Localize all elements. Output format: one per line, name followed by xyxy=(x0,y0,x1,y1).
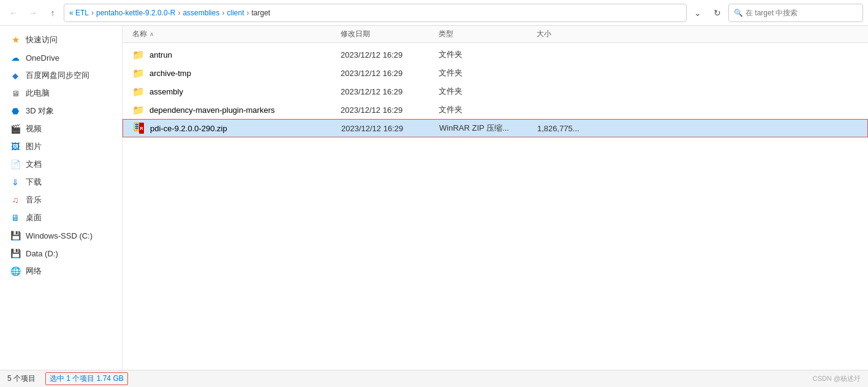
path-assemblies[interactable]: assemblies xyxy=(183,9,219,17)
path-client[interactable]: client xyxy=(227,9,244,17)
table-row[interactable]: 📁 antrun 2023/12/12 16:29 文件夹 xyxy=(123,45,868,64)
file-size-zip: 1,826,775... xyxy=(537,124,611,133)
up-button[interactable]: ↑ xyxy=(44,4,61,21)
sidebar-item-pictures[interactable]: 🖼 图片 xyxy=(2,138,119,155)
folder-icon-dep: 📁 xyxy=(132,104,145,116)
file-name-dep: dependency-maven-plugin-markers xyxy=(149,105,341,115)
sidebar-label-downloads: 下载 xyxy=(26,177,42,188)
sidebar-item-this-pc[interactable]: 🖥 此电脑 xyxy=(2,85,119,102)
sidebar-label-music: 音乐 xyxy=(26,194,42,205)
sidebar-item-network[interactable]: 🌐 网络 xyxy=(2,262,119,280)
sidebar-label-data-d: Data (D:) xyxy=(26,249,58,258)
folder-icon: 📁 xyxy=(132,67,145,79)
col-header-size[interactable]: 大小 xyxy=(537,29,610,39)
sidebar-label-3d: 3D 对象 xyxy=(26,105,54,117)
baidu-icon: ◆ xyxy=(10,70,21,81)
col-header-type[interactable]: 类型 xyxy=(439,29,537,39)
file-explorer-window: ← → ↑ « ETL › pentaho-kettle-9.2.0.0-R ›… xyxy=(0,0,868,387)
column-headers: 名称 ∧ 修改日期 类型 大小 xyxy=(123,26,868,43)
sidebar-item-desktop[interactable]: 🖥 桌面 xyxy=(2,209,119,226)
svg-text:R: R xyxy=(140,126,143,131)
dropdown-button[interactable]: ⌄ xyxy=(689,4,706,21)
folder-icon: 📁 xyxy=(132,104,145,116)
sidebar-label-desktop: 桌面 xyxy=(26,212,42,223)
sidebar-label-videos: 视频 xyxy=(26,123,42,134)
network-icon: 🌐 xyxy=(10,266,21,277)
sidebar-item-windows-ssd[interactable]: 💾 Windows-SSD (C:) xyxy=(2,227,119,244)
table-row-selected[interactable]: R pdi-ce-9.2.0.0-290.zip 2023/12/12 16:2… xyxy=(123,119,868,137)
sidebar-item-quick-access[interactable]: ★ 快速访问 xyxy=(2,31,119,48)
file-list: 📁 antrun 2023/12/12 16:29 文件夹 📁 archive-… xyxy=(123,43,868,370)
music-icon: ♫ xyxy=(10,194,21,205)
folder-icon-assembly: 📁 xyxy=(132,86,145,98)
sidebar-label-windows-ssd: Windows-SSD (C:) xyxy=(26,231,92,240)
sidebar: ★ 快速访问 ☁ OneDrive ◆ 百度网盘同步空间 🖥 此电脑 ⬣ 3D … xyxy=(0,26,123,370)
sidebar-item-3d-objects[interactable]: ⬣ 3D 对象 xyxy=(2,102,119,120)
download-icon: ⇓ xyxy=(10,177,21,188)
selected-info: 选中 1 个项目 1.74 GB xyxy=(45,372,128,385)
desktop-icon: 🖥 xyxy=(10,212,21,223)
address-bar: ← → ↑ « ETL › pentaho-kettle-9.2.0.0-R ›… xyxy=(0,0,868,26)
sidebar-item-music[interactable]: ♫ 音乐 xyxy=(2,191,119,209)
file-name-antrun: antrun xyxy=(149,50,341,59)
drive-c-icon: 💾 xyxy=(10,230,21,241)
file-date-archive-tmp: 2023/12/12 16:29 xyxy=(341,69,439,78)
video-icon: 🎬 xyxy=(10,123,21,134)
file-date-dep: 2023/12/12 16:29 xyxy=(341,105,439,115)
sidebar-item-baidu[interactable]: ◆ 百度网盘同步空间 xyxy=(2,67,119,84)
table-row[interactable]: 📁 dependency-maven-plugin-markers 2023/1… xyxy=(123,101,868,119)
path-pentaho[interactable]: pentaho-kettle-9.2.0.0-R xyxy=(96,9,175,17)
forward-button[interactable]: → xyxy=(25,4,42,21)
svg-rect-4 xyxy=(135,124,138,125)
file-date-antrun: 2023/12/12 16:29 xyxy=(341,50,439,59)
sidebar-item-videos[interactable]: 🎬 视频 xyxy=(2,120,119,137)
sidebar-item-downloads[interactable]: ⇓ 下载 xyxy=(2,174,119,191)
file-date-zip: 2023/12/12 16:29 xyxy=(341,124,439,133)
file-type-dep: 文件夹 xyxy=(439,104,537,115)
table-row[interactable]: 📁 assembly 2023/12/12 16:29 文件夹 xyxy=(123,82,868,101)
sidebar-item-data-d[interactable]: 💾 Data (D:) xyxy=(2,245,119,262)
search-icon: 🔍 xyxy=(734,9,743,17)
svg-rect-5 xyxy=(135,126,138,127)
pc-icon: 🖥 xyxy=(10,88,21,99)
cloud-icon: ☁ xyxy=(10,52,21,63)
sort-arrow-name: ∧ xyxy=(149,31,154,37)
file-date-assembly: 2023/12/12 16:29 xyxy=(341,87,439,96)
status-bar: 5 个项目 选中 1 个项目 1.74 GB CSDN @杨述圩 xyxy=(0,370,868,387)
sidebar-label-pictures: 图片 xyxy=(26,141,42,152)
folder-icon: 📁 xyxy=(132,85,145,98)
file-type-antrun: 文件夹 xyxy=(439,49,537,60)
col-header-name[interactable]: 名称 ∧ xyxy=(132,29,341,39)
drive-d-icon: 💾 xyxy=(10,248,21,259)
file-name-archive-tmp: archive-tmp xyxy=(149,69,341,78)
file-name-zip: pdi-ce-9.2.0.0-290.zip xyxy=(150,124,341,133)
file-type-assembly: 文件夹 xyxy=(439,86,537,97)
refresh-button[interactable]: ↻ xyxy=(709,4,726,21)
document-icon: 📄 xyxy=(10,159,21,170)
main-area: ★ 快速访问 ☁ OneDrive ◆ 百度网盘同步空间 🖥 此电脑 ⬣ 3D … xyxy=(0,26,868,370)
path-etl[interactable]: « ETL xyxy=(69,9,89,17)
file-type-archive-tmp: 文件夹 xyxy=(439,67,537,79)
watermark: CSDN @杨述圩 xyxy=(813,374,861,383)
3d-icon: ⬣ xyxy=(10,105,21,117)
table-row[interactable]: 📁 archive-tmp 2023/12/12 16:29 文件夹 xyxy=(123,64,868,82)
total-items-count: 5 个项目 xyxy=(7,374,36,384)
search-input[interactable] xyxy=(745,9,858,17)
svg-rect-6 xyxy=(135,128,138,129)
sidebar-label-baidu: 百度网盘同步空间 xyxy=(26,70,89,81)
back-button[interactable]: ← xyxy=(5,4,22,21)
file-name-assembly: assembly xyxy=(149,87,341,96)
search-bar: 🔍 xyxy=(728,4,863,22)
sidebar-item-onedrive[interactable]: ☁ OneDrive xyxy=(2,49,119,66)
path-target: target xyxy=(251,9,270,17)
winrar-icon: R xyxy=(133,122,145,134)
sidebar-label-this-pc: 此电脑 xyxy=(26,88,50,99)
picture-icon: 🖼 xyxy=(10,141,21,152)
sidebar-item-documents[interactable]: 📄 文档 xyxy=(2,156,119,173)
file-area: 名称 ∧ 修改日期 类型 大小 📁 antrun 2023/12/12 16:2… xyxy=(123,26,868,370)
sidebar-label-documents: 文档 xyxy=(26,159,42,170)
folder-icon: 📁 xyxy=(132,48,145,61)
sidebar-label-network: 网络 xyxy=(26,266,42,277)
star-icon: ★ xyxy=(10,34,21,45)
col-header-date[interactable]: 修改日期 xyxy=(341,29,439,39)
